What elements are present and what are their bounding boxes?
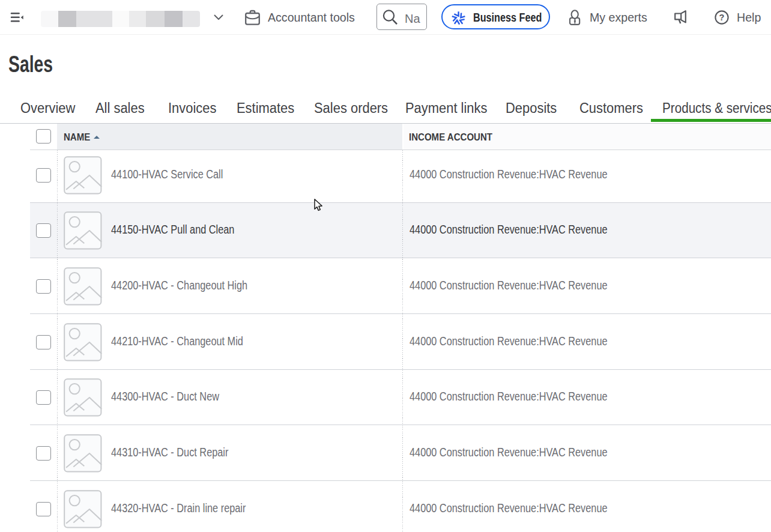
svg-text:?: ? [719, 13, 725, 22]
